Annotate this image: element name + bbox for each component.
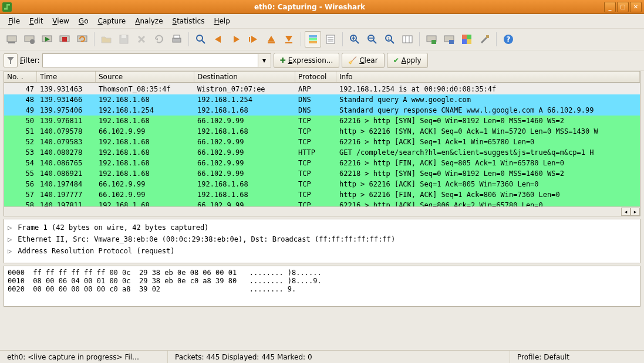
packet-list-header: No. . Time Source Destination Protocol I… [4, 72, 640, 83]
svg-line-34 [356, 40, 359, 43]
stop-capture-icon[interactable] [56, 31, 73, 48]
packet-row[interactable]: 54140.086765192.168.1.6866.102.9.99TCP62… [4, 158, 640, 168]
svg-marker-22 [268, 36, 275, 42]
find-icon[interactable] [193, 31, 209, 48]
detail-line[interactable]: ▷ Ethernet II, Src: Vmware_38:eb:0e (00:… [8, 233, 636, 245]
svg-rect-53 [467, 39, 471, 44]
filter-button-icon[interactable] [4, 53, 18, 67]
menu-edit[interactable]: Edit [26, 16, 46, 26]
packet-row[interactable]: 47139.931463ThomsonT_08:35:4fWistron_07:… [4, 84, 640, 94]
go-last-icon[interactable] [281, 31, 297, 48]
go-forward-icon[interactable] [228, 31, 244, 48]
filterbar: Filter: ▾ ✚Expression... 🧹Clear ✔Apply [0, 50, 644, 71]
minimize-button[interactable]: _ [604, 2, 616, 12]
svg-rect-21 [249, 37, 250, 42]
menu-capture[interactable]: Capture [94, 16, 129, 26]
details-body[interactable]: ▷ Frame 1 (42 bytes on wire, 42 bytes ca… [4, 219, 640, 263]
go-back-icon[interactable] [210, 31, 227, 48]
zoom-in-icon[interactable] [346, 31, 363, 48]
col-no[interactable]: No. . [4, 72, 37, 82]
col-destination[interactable]: Destination [194, 72, 295, 82]
col-protocol[interactable]: Protocol [295, 72, 336, 82]
scroll-left-icon[interactable]: ◂ [621, 208, 630, 216]
h-scrollbar[interactable]: ◂ ▸ [4, 206, 640, 216]
scroll-right-icon[interactable]: ▸ [630, 208, 640, 216]
packet-row[interactable]: 55140.086921192.168.1.6866.102.9.99TCP62… [4, 168, 640, 179]
menu-file[interactable]: File [5, 16, 23, 26]
menu-statistics[interactable]: Statistics [169, 16, 208, 26]
menu-go[interactable]: Go [75, 16, 92, 26]
packet-row[interactable]: 49139.975406192.168.1.254192.168.1.68DNS… [4, 105, 640, 116]
svg-rect-1 [8, 42, 15, 43]
packet-row[interactable]: 48139.931466192.168.1.68192.168.1.254DNS… [4, 94, 640, 105]
svg-rect-47 [431, 40, 436, 44]
menubar: File Edit View Go Capture Analyze Statis… [0, 14, 644, 29]
start-capture-icon[interactable] [39, 31, 55, 48]
display-filters-icon[interactable] [441, 31, 457, 48]
svg-marker-19 [234, 36, 240, 43]
go-first-icon[interactable] [263, 31, 279, 48]
svg-rect-49 [449, 40, 454, 44]
svg-marker-18 [215, 36, 221, 43]
menu-analyze[interactable]: Analyze [132, 16, 166, 26]
svg-rect-27 [309, 38, 317, 40]
svg-rect-0 [7, 36, 16, 42]
options-icon[interactable] [21, 31, 38, 48]
svg-marker-58 [7, 57, 14, 64]
svg-text:1: 1 [387, 36, 390, 41]
detail-line[interactable]: ▷ Address Resolution Protocol (request) [8, 245, 636, 257]
expression-button[interactable]: ✚Expression... [274, 53, 340, 68]
titlebar: eth0: Capturing - Wireshark _ ▢ ✕ [0, 0, 644, 14]
filter-input[interactable] [42, 53, 258, 67]
col-time[interactable]: Time [37, 72, 96, 82]
svg-rect-50 [462, 35, 467, 39]
hex-body[interactable]: 0000 ff ff ff ff ff ff 00 0c 29 38 eb 0e… [4, 266, 640, 306]
close-button[interactable]: ✕ [630, 2, 642, 12]
col-info[interactable]: Info [336, 72, 640, 82]
open-icon[interactable] [98, 31, 114, 48]
maximize-button[interactable]: ▢ [617, 2, 629, 12]
detail-line[interactable]: ▷ Frame 1 (42 bytes on wire, 42 bytes ca… [8, 222, 636, 233]
help-icon[interactable]: ? [500, 31, 517, 48]
coloring-rules-icon[interactable] [458, 31, 475, 48]
packet-row[interactable]: 50139.976811192.168.1.6866.102.9.99TCP62… [4, 116, 640, 126]
statusbar: eth0: <live capture in progress> Fil… Pa… [0, 350, 644, 363]
svg-point-16 [197, 35, 203, 41]
restart-capture-icon[interactable] [74, 31, 90, 48]
apply-button[interactable]: ✔Apply [387, 53, 428, 68]
window-title: eth0: Capturing - Wireshark [15, 3, 604, 11]
menu-help[interactable]: Help [210, 16, 233, 26]
col-source[interactable]: Source [96, 72, 194, 82]
resize-cols-icon[interactable] [399, 31, 416, 48]
filter-label: Filter: [20, 56, 40, 65]
close-file-icon[interactable] [133, 31, 150, 48]
packet-row[interactable]: 51140.07957866.102.9.99192.168.1.68TCPht… [4, 126, 640, 137]
svg-line-41 [391, 40, 394, 43]
autoscroll-icon[interactable] [322, 31, 339, 48]
packet-row[interactable]: 53140.080278192.168.1.6866.102.9.99HTTPG… [4, 147, 640, 158]
packet-row[interactable]: 52140.079583192.168.1.6866.102.9.99TCP62… [4, 137, 640, 147]
zoom-out-icon[interactable] [364, 31, 380, 48]
clear-button[interactable]: 🧹Clear [342, 53, 384, 68]
capture-filters-icon[interactable] [423, 31, 440, 48]
filter-dropdown-icon[interactable]: ▾ [258, 53, 271, 67]
svg-rect-51 [467, 35, 471, 39]
go-to-icon[interactable] [245, 31, 262, 48]
interfaces-icon[interactable] [4, 31, 20, 48]
save-icon[interactable] [116, 31, 132, 48]
menu-view[interactable]: View [49, 16, 72, 26]
zoom-100-icon[interactable]: 1 [382, 31, 398, 48]
packet-row[interactable]: 58140.197811192.168.1.6866.102.9.99TCP62… [4, 200, 640, 206]
reload-icon[interactable] [151, 31, 167, 48]
status-profile: Profile: Default [510, 351, 639, 363]
svg-point-3 [30, 39, 35, 44]
print-icon[interactable] [168, 31, 185, 48]
packet-list-pane: No. . Time Source Destination Protocol I… [4, 71, 640, 216]
packet-row[interactable]: 57140.19777766.102.9.99192.168.1.68TCPht… [4, 189, 640, 200]
packet-list-body[interactable]: 46139.931187Wistron_07:07:eeBroadcastARP… [4, 83, 640, 206]
packet-row[interactable]: 56140.19748466.102.9.99192.168.1.68TCPht… [4, 179, 640, 189]
svg-rect-52 [462, 39, 467, 44]
colorize-icon[interactable] [305, 31, 321, 48]
svg-text:?: ? [507, 35, 511, 43]
preferences-icon[interactable] [476, 31, 493, 48]
